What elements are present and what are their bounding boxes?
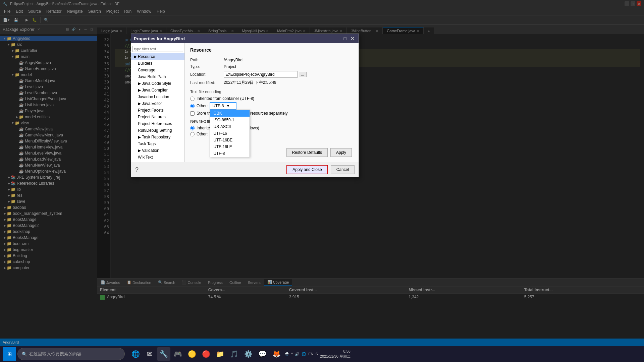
dropdown-selected-value[interactable]: UTF-8 ▾: [210, 102, 236, 110]
nav-item-project-references[interactable]: Project References: [135, 120, 184, 127]
nav-item-java-editor[interactable]: ▶ Java Editor: [135, 100, 184, 107]
nav-item-label: Project Natures: [138, 115, 166, 119]
dropdown-option-utf16le[interactable]: UTF-16LE: [210, 143, 250, 150]
nav-arrow-icon: ▶: [134, 54, 137, 59]
prop-path-row: Path: /AngryBird: [190, 58, 353, 62]
taskbar-search[interactable]: 🔍 在这里输入你要搜索的内容: [17, 348, 125, 360]
other-radio-row: Other: UTF-8 ▾ GBK ISO-8859-1 US-ASCII: [190, 102, 353, 110]
dropdown-option-gbk[interactable]: GBK: [210, 110, 250, 117]
newline-inherited-radio[interactable]: [190, 126, 195, 130]
dialog-title-buttons: □ ✕: [342, 36, 356, 41]
system-tray: 🌧️ ^ 🔊 🌐 EN S 8:56 2021/11/30 星期二: [284, 349, 351, 359]
other-radio[interactable]: [190, 104, 195, 108]
nav-filter-input[interactable]: [132, 46, 183, 52]
nav-item-java-compiler[interactable]: ▶ Java Compiler: [135, 87, 184, 94]
modified-value: 2022年11月29日 下午2:55:49: [224, 80, 276, 85]
taskbar-app-eclipse[interactable]: 🔧: [157, 347, 170, 361]
taskbar-app-5[interactable]: 🔴: [199, 347, 213, 361]
modified-label: Last modified:: [190, 80, 224, 85]
inherited-label: Inherited from container (UTF-8): [197, 96, 254, 101]
taskbar-app-3[interactable]: 🎮: [171, 347, 184, 361]
taskbar-app-mail[interactable]: ✉: [143, 347, 156, 361]
nav-item-validation[interactable]: ▶ Validation: [135, 147, 184, 154]
dialog-footer: ? Apply and Close Cancel: [131, 162, 359, 177]
search-icon: 🔍: [22, 352, 27, 357]
nav-item-label: Javadoc Location: [138, 95, 169, 99]
inherited-radio-row: Inherited from container (UTF-8): [190, 96, 353, 101]
help-icon[interactable]: ?: [135, 166, 139, 173]
dialog-close-button[interactable]: ✕: [349, 36, 356, 41]
store-derived-checkbox[interactable]: [190, 111, 195, 116]
nav-item-builders[interactable]: Builders: [135, 60, 184, 67]
taskbar-app-4[interactable]: 🟡: [185, 347, 199, 361]
dropdown-arrow-icon: ▾: [227, 104, 229, 108]
taskbar-app-10[interactable]: 🦊: [270, 347, 283, 361]
time-display: 8:56: [320, 349, 351, 354]
taskbar: ⊞ 🔍 在这里输入你要搜索的内容 🌐 ✉ 🔧 🎮 🟡 🔴 📁 🎵 ⚙️ 💬 🦊 …: [0, 346, 644, 362]
nav-item-label: Builders: [138, 61, 152, 66]
nav-item-label: Java Build Path: [138, 74, 166, 79]
dialog-body: ▶ Resource Builders Coverage Java Build …: [131, 43, 359, 162]
nav-item-label: WikiText: [138, 155, 153, 160]
dropdown-option-utf16be[interactable]: UTF-16BE: [210, 137, 250, 143]
nav-item-task-repository[interactable]: ▶ Task Repository: [135, 134, 184, 140]
path-value: /AngryBird: [224, 58, 243, 62]
nav-item-task-tags[interactable]: Task Tags: [135, 140, 184, 147]
dropdown-option-utf16[interactable]: UTF-16: [210, 130, 250, 137]
nav-item-label: Validation: [142, 148, 159, 153]
taskbar-time: 8:56 2021/11/30 星期二: [320, 349, 351, 359]
path-label: Path:: [190, 58, 224, 62]
nav-item-wikitext[interactable]: WikiText: [135, 154, 184, 161]
nav-item-java-build-path[interactable]: Java Build Path: [135, 73, 184, 80]
newline-other-label: Other:: [197, 132, 208, 136]
location-label: Location:: [190, 72, 224, 77]
type-label: Type:: [190, 64, 224, 69]
nav-item-coverage[interactable]: Coverage: [135, 67, 184, 73]
inherited-radio[interactable]: [190, 97, 195, 101]
nav-item-resource[interactable]: ▶ Resource: [131, 53, 184, 60]
apply-button[interactable]: Apply: [330, 148, 352, 157]
dropdown-option-utf8[interactable]: UTF-8: [210, 150, 250, 157]
encoding-dropdown[interactable]: UTF-8 ▾ GBK ISO-8859-1 US-ASCII UTF-16 U…: [210, 102, 236, 110]
taskbar-app-edge[interactable]: 🌐: [129, 347, 142, 361]
other-label: Other:: [197, 104, 208, 108]
nav-item-project-natures[interactable]: Project Natures: [135, 114, 184, 120]
taskbar-app-8[interactable]: ⚙️: [241, 347, 255, 361]
dropdown-option-usascii[interactable]: US-ASCII: [210, 123, 250, 130]
encoding-section: Text file encoding Inherited from contai…: [190, 89, 353, 136]
location-browse-button[interactable]: ...: [299, 72, 307, 77]
start-button[interactable]: ⊞: [3, 347, 16, 361]
tray-icon-3: 🔊: [295, 352, 300, 356]
nav-item-run-debug[interactable]: Run/Debug Setting: [135, 127, 184, 134]
nav-item-java-code-style[interactable]: ▶ Java Code Style: [135, 80, 184, 87]
selected-encoding-text: UTF-8: [212, 104, 224, 108]
dialog-restore-button[interactable]: □: [342, 36, 348, 41]
newline-other-radio[interactable]: [190, 132, 195, 136]
restore-defaults-button[interactable]: Restore Defaults: [286, 148, 328, 157]
prop-location-row: Location: ...: [190, 71, 353, 78]
nav-item-label: Project Facets: [138, 108, 164, 113]
nav-item-label: Resource: [138, 54, 155, 59]
nav-item-label: Java Code Style: [142, 81, 171, 86]
nav-arrow-icon: ▶: [138, 101, 141, 106]
location-input[interactable]: [224, 71, 298, 78]
prop-type-row: Type: Project: [190, 64, 353, 69]
tray-icon-2: ^: [291, 352, 293, 356]
nav-arrow-icon: ▶: [138, 88, 141, 93]
tray-icon-5: EN: [308, 352, 313, 356]
nav-item-label: Project References: [138, 121, 172, 126]
dropdown-option-iso88591[interactable]: ISO-8859-1: [210, 117, 250, 123]
encoding-title: Text file encoding: [190, 89, 353, 94]
taskbar-apps: 🌐 ✉ 🔧 🎮 🟡 🔴 📁 🎵 ⚙️ 💬 🦊: [129, 347, 283, 361]
nav-item-project-facets[interactable]: Project Facets: [135, 107, 184, 114]
nav-item-javadoc-location[interactable]: Javadoc Location: [135, 94, 184, 100]
taskbar-app-6[interactable]: 📁: [213, 347, 227, 361]
apply-close-button[interactable]: Apply and Close: [286, 165, 328, 174]
nav-arrow-icon: ▶: [138, 81, 141, 86]
cancel-button[interactable]: Cancel: [331, 165, 355, 174]
nav-item-label: Java Compiler: [142, 88, 168, 93]
taskbar-app-9[interactable]: 💬: [256, 347, 269, 361]
taskbar-app-7[interactable]: 🎵: [227, 347, 241, 361]
content-buttons: Restore Defaults Apply: [286, 148, 352, 157]
search-placeholder: 在这里输入你要搜索的内容: [29, 351, 82, 357]
